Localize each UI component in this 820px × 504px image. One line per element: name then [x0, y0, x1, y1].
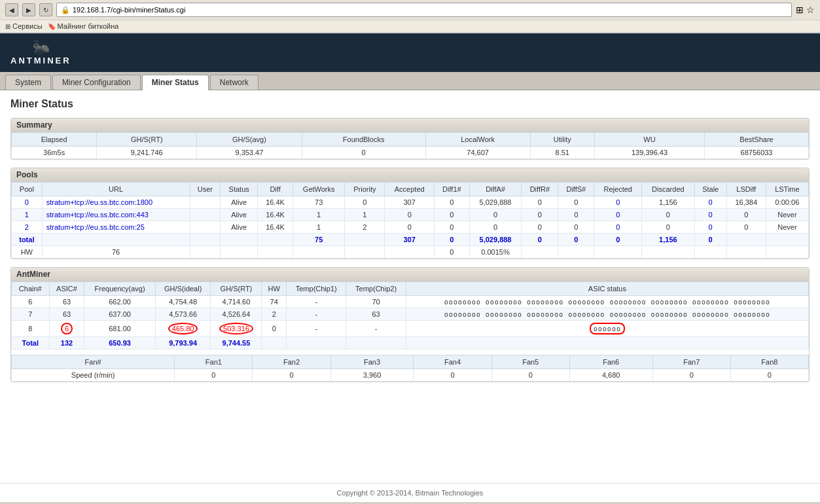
pool-diffr-2: 0 [522, 221, 558, 234]
pools-hw-row: HW 76 0 0.0015% [12, 246, 809, 259]
pools-header-diff1: Diff1# [435, 183, 470, 196]
am-header-rt: GH/S(RT) [211, 282, 262, 296]
fan-table: Fan# Fan1 Fan2 Fan3 Fan4 Fan5 Fan6 Fan7 … [11, 355, 809, 382]
am-total-ideal: 9,793.94 [155, 337, 211, 350]
pools-total-priority [345, 234, 385, 246]
pool-diffs-2: 0 [558, 221, 594, 234]
pools-total-lsdiff [726, 234, 766, 246]
pools-total-user [190, 234, 221, 246]
pool-status-0: Alive [221, 196, 258, 209]
am-freq-6: 662.00 [84, 296, 155, 308]
antminer-section: AntMiner Chain# ASIC# Frequency(avg) GH/… [10, 267, 810, 382]
bookmark-services-label: Сервисы [12, 22, 43, 30]
summary-ghsavg: 9,353.47 [197, 147, 302, 159]
fan-header-3: Fan3 [330, 355, 414, 369]
am-freq-7: 637.00 [84, 308, 155, 321]
pools-hw-15 [726, 246, 766, 259]
am-ideal-8: 465.80 [155, 321, 211, 337]
bookmark-icon: 🔖 [48, 23, 56, 30]
pool-discarded-0: 1,156 [642, 196, 695, 209]
fan-speed-5: 0 [491, 369, 569, 382]
pools-total-diffr: 0 [522, 234, 558, 246]
fan-header-4: Fan4 [414, 355, 491, 369]
pool-url-0: stratum+tcp://eu.ss.btc.com:1800 [42, 196, 190, 209]
pools-total-lstime [766, 234, 808, 246]
am-row-7: 7 63 637.00 4,573.66 4,526.64 2 - 63 ooo… [12, 308, 809, 321]
browser-toolbar: ◀ ▶ ↻ 🔒 192.168.1.7/cgi-bin/minerStatus.… [0, 0, 820, 20]
fan-header-5: Fan5 [491, 355, 569, 369]
pools-total-url [42, 234, 190, 246]
am-asicstatus-8: oooooo [406, 321, 808, 337]
am-header-asic: ASIC# [49, 282, 84, 296]
pool-diff1-2: 0 [435, 221, 470, 234]
pool-diffr-0: 0 [522, 196, 558, 209]
pool-lstime-0: 0:00:06 [766, 196, 808, 209]
refresh-button[interactable]: ↻ [39, 3, 52, 16]
am-total-temp2 [346, 337, 406, 350]
am-chain-8: 8 [12, 321, 50, 337]
summary-wu: 139,396.43 [595, 147, 705, 159]
lock-icon: 🔒 [61, 6, 70, 14]
am-freq-8: 681.00 [84, 321, 155, 337]
tab-miner-configuration[interactable]: Miner Configuration [52, 75, 141, 90]
am-header-chain: Chain# [12, 282, 50, 296]
am-header-hw: HW [262, 282, 287, 296]
fan-header-1: Fan1 [175, 355, 253, 369]
pools-header-discarded: Discarded [642, 183, 695, 196]
summary-localwork: 74,607 [425, 147, 530, 159]
tab-network[interactable]: Network [210, 75, 258, 90]
summary-elapsed: 36m5s [12, 147, 97, 159]
pools-hw-5 [293, 246, 344, 259]
summary-row: 36m5s 9,241.746 9,353.47 0 74,607 8.51 1… [12, 147, 809, 159]
am-row-8: 8 6 681.00 465.80 503.316 0 - - oooooo [12, 321, 809, 337]
bookmark-mining-label: Майнинг биткойна [58, 22, 119, 30]
main-content: Miner Status Summary Elapsed GH/S(RT) GH… [0, 90, 820, 483]
pools-hw-16 [766, 246, 808, 259]
bookmark-mining[interactable]: 🔖 Майнинг биткойна [48, 22, 119, 30]
am-total-row: Total 132 650.93 9,793.94 9,744.55 [12, 337, 809, 350]
fan-header-2: Fan2 [253, 355, 330, 369]
pools-header-pool: Pool [12, 183, 43, 196]
forward-button[interactable]: ▶ [22, 3, 35, 16]
asic-circled-8: 6 [61, 323, 73, 334]
pools-total-discarded: 1,156 [642, 234, 695, 246]
pools-header-lstime: LSTime [766, 183, 808, 196]
fan-speed-8: 0 [730, 369, 808, 382]
pool-user-2 [190, 221, 221, 234]
services-icon: ⊞ [5, 23, 10, 30]
pool-diff1-1: 0 [435, 209, 470, 221]
am-ideal-6: 4,754.48 [155, 296, 211, 308]
pools-hw-val: 76 [42, 246, 190, 259]
tab-miner-status[interactable]: Miner Status [142, 75, 209, 90]
pool-rejected-1: 0 [594, 209, 642, 221]
pools-hw-4 [258, 246, 293, 259]
star-icon[interactable]: ☆ [806, 5, 815, 15]
bookmark-services[interactable]: ⊞ Сервисы [5, 22, 43, 30]
address-text: 192.168.1.7/cgi-bin/minerStatus.cgi [73, 6, 185, 14]
extensions-icon[interactable]: ⊞ [796, 5, 804, 15]
summary-header-elapsed: Elapsed [12, 133, 97, 147]
summary-section: Summary Elapsed GH/S(RT) GH/S(avg) Found… [10, 118, 810, 160]
am-temp1-7: - [287, 308, 346, 321]
am-temp2-7: 63 [346, 308, 406, 321]
tab-system[interactable]: System [5, 75, 51, 90]
pool-diff1-0: 0 [435, 196, 470, 209]
pool-getworks-1: 1 [293, 209, 344, 221]
address-bar[interactable]: 🔒 192.168.1.7/cgi-bin/minerStatus.cgi [56, 3, 792, 17]
pool-stale-0: 0 [694, 196, 726, 209]
am-rt-8: 503.316 [211, 321, 262, 337]
pool-row-0: 0 stratum+tcp://eu.ss.btc.com:1800 Alive… [12, 196, 809, 209]
back-button[interactable]: ◀ [5, 3, 18, 16]
am-total-hw [262, 337, 287, 350]
am-asic-6: 63 [49, 296, 84, 308]
fan-header-7: Fan7 [652, 355, 730, 369]
pool-diff-0: 16.4K [258, 196, 293, 209]
antminer-table: Chain# ASIC# Frequency(avg) GH/S(ideal) … [11, 281, 809, 350]
summary-bestshare: 68756033 [705, 147, 809, 159]
pool-diffa-0: 5,029,888 [469, 196, 522, 209]
pool-lstime-2: Never [766, 221, 808, 234]
pools-section: Pools Pool URL User Status Diff GetWorks… [10, 168, 810, 259]
am-header-ideal: GH/S(ideal) [155, 282, 211, 296]
am-temp1-8: - [287, 321, 346, 337]
am-temp1-6: - [287, 296, 346, 308]
